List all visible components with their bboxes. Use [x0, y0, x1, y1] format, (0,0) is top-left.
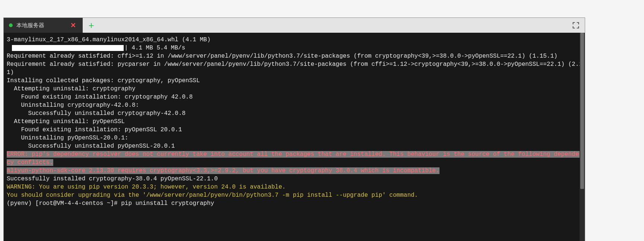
output-line: Found existing installation: pyOpenSSL 2…	[7, 126, 583, 134]
terminal-window: 本地服务器 ✕ + 3-manylinux_2_17_x86_64.manyli…	[4, 18, 585, 241]
output-line: Successfully installed cryptography-38.0…	[7, 175, 583, 183]
output-line: Requirement already satisfied: pycparser…	[7, 60, 583, 77]
new-tab-button[interactable]: +	[83, 18, 100, 33]
output-line: Installing collected packages: cryptogra…	[7, 77, 583, 85]
fullscreen-icon	[572, 22, 580, 29]
prompt-line[interactable]: (pyenv) [root@VM-4-4-centos ~]# pip unin…	[7, 199, 583, 208]
tab-local-server[interactable]: 本地服务器 ✕	[4, 18, 83, 33]
output-line: Uninstalling pyOpenSSL-20.0.1:	[7, 134, 583, 142]
output-line: Successfully uninstalled pyOpenSSL-20.0.…	[7, 142, 583, 150]
output-line: | 4.1 MB 5.4 MB/s	[7, 44, 583, 52]
plus-icon: +	[88, 20, 94, 31]
output-line: Uninstalling cryptography-42.0.8:	[7, 101, 583, 109]
progress-bar	[12, 45, 124, 51]
fullscreen-button[interactable]	[567, 18, 585, 33]
output-error-line: aliyun-python-sdk-core 2.13.30 requires …	[7, 167, 583, 175]
output-line: Found existing installation: cryptograph…	[7, 93, 583, 101]
selected-error-text: ERROR: pip's dependency resolver does no…	[7, 151, 583, 166]
output-warning-line: WARNING: You are using pip version 20.3.…	[7, 183, 583, 191]
scrollbar-track[interactable]	[580, 33, 585, 241]
output-line: Requirement already satisfied: cffi>=1.1…	[7, 52, 583, 60]
status-dot-icon	[9, 23, 13, 27]
output-error-line: ERROR: pip's dependency resolver does no…	[7, 150, 583, 167]
output-warning-line: You should consider upgrading via the '/…	[7, 191, 583, 199]
selected-error-text: aliyun-python-sdk-core 2.13.30 requires …	[7, 167, 440, 174]
close-icon[interactable]: ✕	[69, 21, 77, 29]
tab-title: 本地服务器	[16, 22, 65, 29]
output-line: Attempting uninstall: cryptography	[7, 85, 583, 93]
output-line: Attempting uninstall: pyOpenSSL	[7, 118, 583, 126]
terminal-output[interactable]: 3-manylinux_2_17_x86_64.manylinux2014_x8…	[4, 33, 585, 241]
tab-bar: 本地服务器 ✕ +	[4, 18, 585, 33]
progress-text: | 4.1 MB 5.4 MB/s	[124, 44, 185, 52]
tabbar-spacer	[100, 18, 567, 33]
output-line: 3-manylinux_2_17_x86_64.manylinux2014_x8…	[7, 36, 583, 44]
output-line: Successfully uninstalled cryptography-42…	[7, 109, 583, 118]
scrollbar-thumb[interactable]	[580, 33, 584, 189]
